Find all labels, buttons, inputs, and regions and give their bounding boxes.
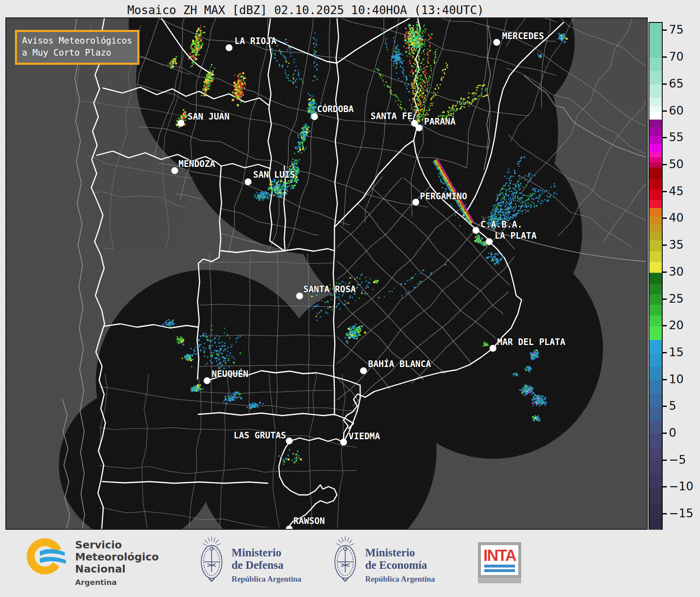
defensa-coat-of-arms-icon (198, 534, 226, 587)
colorbar-tick (663, 83, 667, 85)
colorbar-segment (649, 284, 662, 294)
colorbar-segment (649, 380, 662, 394)
colorbar-segment (649, 162, 662, 168)
smn-logo-icon (25, 536, 71, 579)
colorbar-segment (649, 316, 662, 326)
colorbar-tick (663, 352, 667, 353)
colorbar-tick-label: 15 (669, 345, 684, 359)
colorbar-tick-label: 25 (669, 291, 684, 305)
colorbar-segment (649, 326, 662, 340)
colorbar-segment (649, 208, 662, 216)
colorbar-segment (649, 262, 662, 273)
city-label: SANTA ROSA (303, 284, 356, 294)
colorbar-tick-label: 20 (669, 318, 684, 332)
defensa-line2: de Defensa (232, 559, 301, 571)
colorbar-segment (649, 85, 662, 98)
city-dot-icon (296, 293, 303, 300)
colorbar-tick-label: 35 (669, 238, 684, 252)
economia-line2: de Economía (365, 559, 435, 571)
colorbar-tick (663, 29, 667, 31)
city-dot-icon (360, 367, 367, 374)
city-dot-icon (486, 238, 493, 245)
colorbar-tick-label: 5 (669, 399, 676, 413)
warnings-banner[interactable]: Avisos Meteorológicos a Muy Corto Plazo (15, 30, 139, 65)
colorbar-segment (649, 367, 662, 380)
city-dot-icon (226, 44, 233, 51)
dbz-colorbar (649, 22, 663, 531)
economia-logo-text: Ministerio de Economía República Argenti… (365, 546, 435, 585)
colorbar-tick-label: 0 (669, 426, 676, 440)
city-label: CÓRDOBA (317, 104, 354, 114)
colorbar-segment (649, 407, 662, 421)
colorbar-tick (663, 298, 667, 300)
colorbar-segment (649, 340, 662, 354)
colorbar-segment (649, 305, 662, 316)
colorbar-segment (649, 200, 662, 208)
footer: Servicio Meteorológico Nacional Argentin… (0, 530, 700, 597)
economia-sub: República Argentina (365, 573, 435, 585)
colorbar-segment (649, 98, 662, 106)
smn-line1: Servicio (75, 539, 159, 551)
city-dot-icon (178, 120, 185, 127)
smn-line4: Argentina (75, 576, 159, 588)
city-label: LA RIOJA (234, 36, 277, 46)
warnings-banner-line1: Avisos Meteorológicos (22, 36, 132, 46)
city-label: PARANÁ (424, 116, 456, 127)
colorbar-tick (663, 137, 667, 138)
colorbar-segment (649, 152, 662, 157)
city-dot-icon (311, 113, 318, 120)
colorbar-segment (649, 461, 662, 475)
colorbar-tick (663, 460, 667, 461)
city-dot-icon (473, 227, 480, 234)
colorbar-tick-label: 30 (669, 265, 684, 279)
colorbar-tick-label: 45 (669, 184, 684, 198)
city-label: NEUQUÉN (212, 369, 249, 379)
colorbar-segment (649, 127, 662, 136)
colorbar-tick (663, 433, 667, 434)
colorbar-segment (649, 216, 662, 225)
inta-bar-1 (484, 565, 515, 568)
warnings-banner-line2: a Muy Corto Plazo (22, 48, 111, 58)
city-dot-icon (416, 125, 423, 132)
defensa-line1: Ministerio (232, 546, 301, 559)
city-dot-icon (204, 377, 211, 384)
colorbar-segment (649, 251, 662, 262)
colorbar-tick-label: −10 (669, 480, 693, 493)
city-dot-icon (245, 179, 252, 186)
inta-logo-text: INTA (483, 548, 516, 563)
city-label: SAN LUIS (253, 170, 295, 180)
colorbar-segment (649, 112, 662, 120)
colorbar-segment (649, 240, 662, 251)
colorbar-segment (649, 434, 662, 448)
colorbar-tick (663, 325, 667, 326)
colorbar-segment (649, 273, 662, 284)
colorbar-segment (649, 474, 662, 488)
colorbar-tick-label: −5 (669, 453, 686, 467)
colorbar-segment (649, 144, 662, 152)
defensa-sub: República Argentina (232, 573, 301, 585)
colorbar-segment (649, 232, 662, 241)
city-label: SAN JUAN (188, 112, 229, 122)
colorbar-segment (649, 224, 662, 232)
defensa-logo-text: Ministerio de Defensa República Argentin… (232, 546, 301, 585)
colorbar-tick-label: 55 (669, 130, 684, 144)
colorbar-segment (649, 23, 662, 58)
city-dot-icon (340, 439, 347, 446)
colorbar-segment (649, 504, 662, 514)
colorbar-tick (663, 218, 667, 219)
city-label: C.A.B.A. (480, 220, 522, 230)
city-label: MENDOZA (178, 159, 215, 169)
colorbar-segment (649, 394, 662, 407)
colorbar-tick-label: 60 (669, 103, 684, 117)
colorbar-tick-label: −15 (669, 506, 693, 520)
colorbar-segment (649, 157, 662, 163)
city-label: BAHÍA BLANCA (368, 359, 431, 369)
city-label: SANTA FE (371, 111, 412, 121)
smn-line3: Nacional (75, 563, 159, 575)
colorbar-tick (663, 110, 667, 112)
city-dot-icon (171, 167, 178, 174)
colorbar-tick-label: 70 (669, 50, 684, 64)
colorbar-tick-label: 50 (669, 157, 684, 171)
colorbar-tick (663, 486, 667, 487)
colorbar-tick (663, 379, 667, 380)
